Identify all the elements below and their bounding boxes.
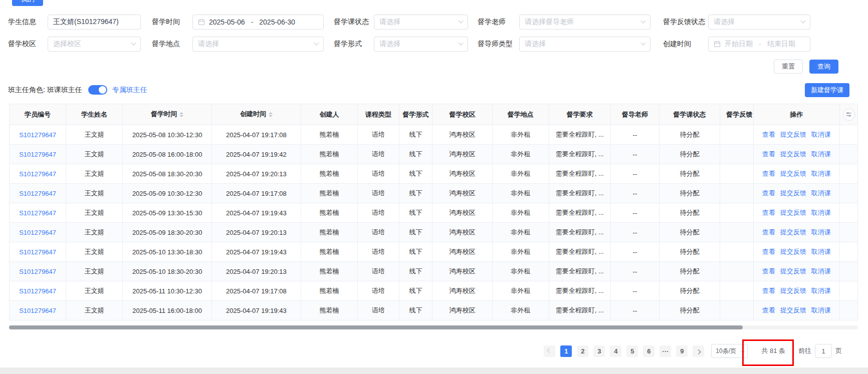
search-button[interactable]: 查询 bbox=[809, 60, 838, 74]
submit-feedback-link[interactable]: 提交反馈 bbox=[780, 131, 806, 138]
sort-asc-icon[interactable] bbox=[179, 110, 183, 114]
cell-tutor: -- bbox=[610, 184, 659, 203]
column-header-time[interactable]: 督学时间 bbox=[123, 104, 212, 125]
daterange-input[interactable]: 开始日期-结束日期 bbox=[708, 37, 810, 52]
cancel-class-link[interactable]: 取消课 bbox=[811, 150, 831, 158]
cell-feedback bbox=[720, 184, 754, 203]
cell-student-id: S101279647 bbox=[10, 203, 66, 223]
cancel-class-link[interactable]: 取消课 bbox=[811, 306, 831, 314]
prev-page-button[interactable] bbox=[544, 345, 555, 357]
daterange-input[interactable]: 2025-05-06-2025-06-30 bbox=[192, 15, 324, 30]
cell-form: 线下 bbox=[399, 125, 432, 145]
select-value: 请选择 bbox=[525, 40, 546, 49]
page-button-6[interactable]: 6 bbox=[643, 345, 655, 357]
page-button-2[interactable]: 2 bbox=[577, 345, 588, 357]
column-header-created[interactable]: 创建时间 bbox=[212, 104, 301, 125]
column-header-form: 督学形式 bbox=[399, 104, 432, 125]
goto-page-input[interactable] bbox=[815, 344, 832, 358]
submit-feedback-link[interactable]: 提交反馈 bbox=[780, 287, 806, 294]
view-link[interactable]: 查看 bbox=[762, 170, 775, 177]
view-link[interactable]: 查看 bbox=[762, 150, 775, 158]
cell-tutor: -- bbox=[610, 203, 659, 223]
submit-feedback-link[interactable]: 提交反馈 bbox=[780, 189, 806, 197]
cell-course_type: 语培 bbox=[357, 281, 399, 301]
select-input[interactable]: 请选择 bbox=[374, 37, 468, 52]
view-link[interactable]: 查看 bbox=[762, 248, 775, 255]
student-id-link[interactable]: S101279647 bbox=[19, 248, 56, 256]
student-id-link[interactable]: S101279647 bbox=[19, 307, 56, 314]
view-link[interactable]: 查看 bbox=[762, 189, 775, 197]
select-input[interactable]: 请选择 bbox=[708, 15, 810, 30]
role-toggle[interactable] bbox=[88, 85, 107, 95]
top-cropped-button[interactable]: 我的 bbox=[12, 0, 43, 6]
select-input[interactable]: 请选择 bbox=[519, 37, 650, 52]
select-input[interactable]: 选择校区 bbox=[48, 37, 141, 52]
cancel-class-link[interactable]: 取消课 bbox=[811, 228, 831, 236]
cell-actions: 查看提交反馈取消课 bbox=[753, 125, 839, 145]
input-value: 王文婧(S101279647) bbox=[53, 18, 119, 27]
view-link[interactable]: 查看 bbox=[762, 228, 775, 236]
student-id-link[interactable]: S101279647 bbox=[19, 131, 56, 139]
view-link[interactable]: 查看 bbox=[762, 267, 775, 275]
submit-feedback-link[interactable]: 提交反馈 bbox=[780, 228, 806, 236]
cancel-class-link[interactable]: 取消课 bbox=[811, 209, 831, 216]
column-settings-icon[interactable] bbox=[843, 109, 855, 121]
column-header-label: 督学时间 bbox=[151, 110, 177, 118]
cell-student-id: S101279647 bbox=[10, 223, 66, 242]
page-button-4[interactable]: 4 bbox=[610, 345, 621, 357]
table-row: S101279647王文婧2025-05-08 18:30-20:302025-… bbox=[10, 164, 858, 184]
sort-desc-icon[interactable] bbox=[269, 115, 273, 119]
student-id-link[interactable]: S101279647 bbox=[19, 287, 56, 295]
chevron-down-icon bbox=[459, 18, 464, 23]
text-input[interactable]: 王文婧(S101279647) bbox=[48, 15, 141, 30]
scrollbar-thumb[interactable] bbox=[9, 325, 743, 329]
view-link[interactable]: 查看 bbox=[762, 287, 775, 294]
page-size-select[interactable]: 10条/页 bbox=[711, 344, 748, 358]
student-id-link[interactable]: S101279647 bbox=[19, 268, 56, 275]
sort-asc-icon[interactable] bbox=[269, 110, 273, 114]
select-input[interactable]: 请选择督导老师 bbox=[519, 15, 650, 30]
cancel-class-link[interactable]: 取消课 bbox=[811, 287, 831, 294]
select-input[interactable]: 请选择 bbox=[374, 15, 468, 30]
cell-location: 非外租 bbox=[492, 164, 549, 184]
student-id-link[interactable]: S101279647 bbox=[19, 229, 56, 236]
page-button-1[interactable]: 1 bbox=[560, 345, 572, 357]
page-button-9[interactable]: 9 bbox=[676, 345, 688, 357]
cancel-class-link[interactable]: 取消课 bbox=[811, 170, 831, 177]
view-link[interactable]: 查看 bbox=[762, 306, 775, 314]
page-button-3[interactable]: 3 bbox=[593, 345, 605, 357]
submit-feedback-link[interactable]: 提交反馈 bbox=[780, 170, 806, 177]
submit-feedback-link[interactable]: 提交反馈 bbox=[780, 306, 806, 314]
view-link[interactable]: 查看 bbox=[762, 209, 775, 216]
horizontal-scrollbar[interactable] bbox=[9, 325, 858, 329]
sort-icons[interactable] bbox=[269, 110, 273, 119]
next-page-button[interactable] bbox=[693, 345, 704, 357]
student-id-link[interactable]: S101279647 bbox=[19, 209, 56, 217]
submit-feedback-link[interactable]: 提交反馈 bbox=[780, 248, 806, 255]
column-header-label: 督学要求 bbox=[567, 111, 593, 118]
submit-feedback-link[interactable]: 提交反馈 bbox=[780, 150, 806, 158]
cell-creator: 熊若楠 bbox=[301, 281, 357, 301]
page-button-5[interactable]: 5 bbox=[626, 345, 638, 357]
more-pages-button[interactable]: ··· bbox=[660, 345, 671, 357]
student-id-link[interactable]: S101279647 bbox=[19, 170, 56, 178]
column-header-campus: 督学校区 bbox=[432, 104, 492, 125]
column-settings-cell bbox=[839, 104, 857, 125]
view-link[interactable]: 查看 bbox=[762, 131, 775, 138]
sort-desc-icon[interactable] bbox=[179, 115, 183, 119]
supervision-class-table: 学员编号学生姓名督学时间创建时间创建人课程类型督学形式督学校区督学地点督学要求督… bbox=[9, 104, 858, 320]
student-id-link[interactable]: S101279647 bbox=[19, 190, 56, 197]
sort-icons[interactable] bbox=[179, 110, 183, 119]
cancel-class-link[interactable]: 取消课 bbox=[811, 248, 831, 255]
cancel-class-link[interactable]: 取消课 bbox=[811, 267, 831, 275]
submit-feedback-link[interactable]: 提交反馈 bbox=[780, 209, 806, 216]
cancel-class-link[interactable]: 取消课 bbox=[811, 131, 831, 138]
select-input[interactable]: 请选择 bbox=[192, 37, 324, 52]
cancel-class-link[interactable]: 取消课 bbox=[811, 189, 831, 197]
column-header-label: 督学形式 bbox=[403, 111, 429, 118]
reset-button[interactable]: 重置 bbox=[774, 60, 803, 74]
create-supervision-class-button[interactable]: 新建督学课 bbox=[805, 83, 849, 97]
submit-feedback-link[interactable]: 提交反馈 bbox=[780, 267, 806, 275]
student-id-link[interactable]: S101279647 bbox=[19, 151, 56, 158]
cell-campus: 鸿寿校区 bbox=[432, 242, 492, 262]
